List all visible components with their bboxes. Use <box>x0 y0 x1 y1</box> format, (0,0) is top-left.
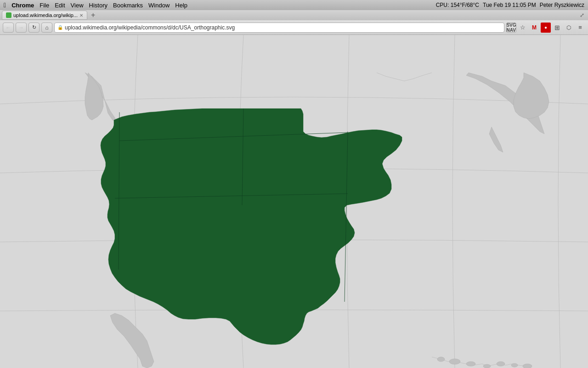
security-icon: 🔒 <box>57 25 63 30</box>
svg-point-1 <box>437 357 445 362</box>
svg-point-6 <box>511 363 518 367</box>
svg-point-4 <box>483 364 491 368</box>
map-content <box>0 35 588 368</box>
forward-button[interactable]: → <box>16 23 27 33</box>
menu-edit[interactable]: Edit <box>55 2 65 9</box>
reload-icon: ↻ <box>32 24 36 30</box>
tabbar-right-controls: ⤢ <box>580 12 586 18</box>
svgnav-extension[interactable]: SVGNAV <box>506 23 516 33</box>
lastpass-icon[interactable]: ● <box>541 23 551 33</box>
apps-icon[interactable]: ⊞ <box>552 23 562 33</box>
svg-point-2 <box>449 359 460 364</box>
new-tab-button[interactable]: + <box>89 11 97 19</box>
home-icon: ⌂ <box>45 24 48 31</box>
menu-help[interactable]: Help <box>175 2 187 9</box>
clock: Tue Feb 19 11:05 PM <box>483 2 536 8</box>
menu-window[interactable]: Window <box>148 2 170 9</box>
forward-icon: → <box>18 24 24 31</box>
menu-chrome[interactable]: Chrome <box>11 2 34 9</box>
cpu-status: CPU: 154°F/68°C <box>436 2 479 8</box>
menubar-right: CPU: 154°F/68°C Tue Feb 19 11:05 PM Pete… <box>436 2 584 8</box>
home-button[interactable]: ⌂ <box>41 23 52 33</box>
cast-icon[interactable]: ⬡ <box>564 23 574 33</box>
reload-button[interactable]: ↻ <box>28 23 40 33</box>
tab-close-button[interactable]: ✕ <box>79 13 83 18</box>
tabbar: upload.wikimedia.org/wikip... ✕ + ⤢ <box>0 10 588 20</box>
menu-icon[interactable]: ≡ <box>575 23 585 33</box>
tab-title: upload.wikimedia.org/wikip... <box>13 12 78 18</box>
active-tab[interactable]: upload.wikimedia.org/wikip... ✕ <box>2 11 87 20</box>
menu-view[interactable]: View <box>71 2 84 9</box>
usa-orthographic-map <box>0 35 588 368</box>
navbar-right: SVGNAV ☆ M ● ⊞ ⬡ ≡ <box>506 23 585 33</box>
menubar:  Chrome File Edit View History Bookmark… <box>0 0 588 10</box>
window-resize-icon[interactable]: ⤢ <box>580 12 584 18</box>
username: Peter Ryszkiewicz <box>540 2 584 8</box>
svg-point-3 <box>466 362 475 366</box>
menu-history[interactable]: History <box>89 2 107 9</box>
svg-point-7 <box>523 364 532 368</box>
url-text: upload.wikimedia.org/wikipedia/commons/d… <box>65 24 501 31</box>
address-bar[interactable]: 🔒 upload.wikimedia.org/wikipedia/commons… <box>54 23 504 33</box>
bookmark-star[interactable]: ☆ <box>518 23 528 33</box>
svg-point-5 <box>497 362 505 366</box>
back-icon: ← <box>6 24 11 31</box>
apple-menu[interactable]:  <box>4 1 6 9</box>
menu-bookmarks[interactable]: Bookmarks <box>113 2 143 9</box>
menu-file[interactable]: File <box>40 2 49 9</box>
back-button[interactable]: ← <box>3 23 14 33</box>
gmail-icon[interactable]: M <box>529 23 539 33</box>
tab-favicon <box>6 12 11 18</box>
navbar: ← → ↻ ⌂ 🔒 upload.wikimedia.org/wikipedia… <box>0 20 588 35</box>
